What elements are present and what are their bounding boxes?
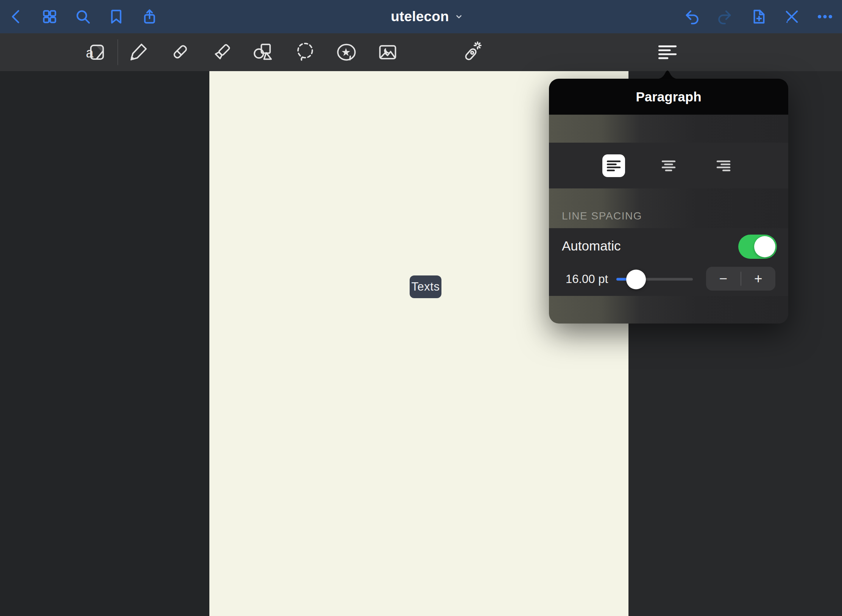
pen-tool[interactable] [126,40,151,65]
sticker-tool[interactable] [334,40,359,65]
canvas-text-label: Texts [412,280,440,294]
share-icon [141,8,158,25]
add-page-icon [750,8,767,25]
paragraph-options-button[interactable] [655,40,680,65]
chevron-down-icon [454,12,463,21]
nav-right-group [680,0,837,33]
spacing-value: 16.00 pt [566,272,608,286]
svg-text:a: a [86,45,94,61]
app-screen: utelecon [0,0,842,616]
alignment-button-row [549,143,788,188]
image-tool[interactable] [375,40,400,65]
undo-icon [683,8,700,25]
redo-icon [716,8,734,25]
handwriting-tool[interactable]: a [83,40,108,65]
highlighter-icon [211,41,233,63]
eraser-icon [169,41,191,63]
popup-spacer-band [549,115,788,143]
document-title: utelecon [391,9,449,25]
laser-pointer-icon [460,41,482,63]
canvas-background-left [0,71,209,616]
popup-bottom-band [549,296,788,324]
slider-thumb[interactable] [626,269,646,289]
popup-title: Paragraph [636,89,701,104]
spacing-slider[interactable] [616,278,693,281]
laser-pointer-tool[interactable] [459,40,484,65]
share-button[interactable] [137,5,162,29]
tools-toolbar: a [0,33,842,71]
lasso-tool[interactable] [293,40,318,65]
align-center-button[interactable] [657,154,680,177]
sticker-icon [335,41,357,63]
eraser-tool[interactable] [167,40,192,65]
text-align-icon [656,41,678,63]
redo-button[interactable] [713,5,737,29]
pen-cross-icon [783,8,800,25]
document-title-button[interactable]: utelecon [391,0,463,33]
thumbnails-grid-icon [41,8,58,25]
spacing-increase-button[interactable]: + [741,267,776,291]
page-thumbnails-button[interactable] [37,5,62,29]
spacing-stepper: − + [706,267,775,291]
more-options-button[interactable] [813,5,837,29]
align-right-icon [714,157,733,175]
line-spacing-panel: Automatic 16.00 pt − + [549,228,788,296]
canvas-text-object[interactable]: Texts [410,275,441,298]
image-icon [377,41,399,63]
bookmark-icon [108,8,125,25]
toggle-knob [754,236,775,257]
paragraph-popup: Paragraph [549,79,788,324]
ellipsis-icon [816,8,834,25]
undo-button[interactable] [680,5,704,29]
align-left-icon [605,157,623,175]
back-button[interactable] [4,5,28,29]
line-spacing-section-header: LINE SPACING [549,188,788,228]
shapes-tool[interactable] [250,40,275,65]
pen-mode-toggle-button[interactable] [780,5,804,29]
lasso-icon [294,41,316,63]
toolbar-divider [117,39,118,65]
line-spacing-heading: LINE SPACING [562,210,642,222]
navigation-bar: utelecon [0,0,842,33]
shapes-icon [252,41,274,63]
spacing-decrease-button[interactable]: − [706,267,741,291]
automatic-label: Automatic [562,238,621,254]
search-icon [74,8,92,25]
automatic-toggle[interactable] [738,235,777,259]
handwriting-icon: a [84,41,106,63]
bookmark-button[interactable] [104,5,128,29]
align-left-button[interactable] [602,154,625,177]
popup-arrow [655,69,680,79]
pen-icon [127,41,149,63]
search-button[interactable] [71,5,95,29]
align-right-button[interactable] [712,154,735,177]
popup-header: Paragraph [549,79,788,115]
add-page-button[interactable] [746,5,770,29]
align-center-icon [660,157,678,175]
highlighter-tool[interactable] [209,40,234,65]
nav-left-group [4,0,162,33]
